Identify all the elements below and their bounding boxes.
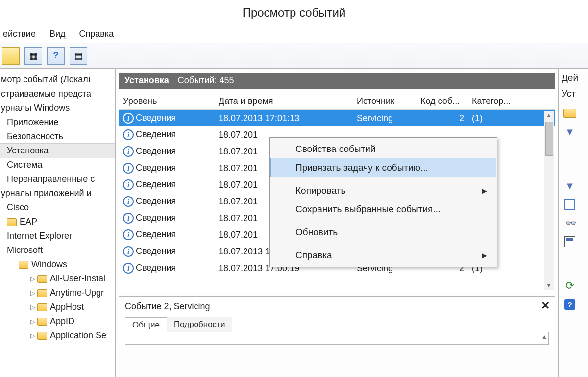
table-row[interactable]: iСведения18.07.2013 17:01:13Servicing2(1… [119,110,555,126]
detail-scroll-up-icon[interactable]: ▲ [541,333,547,340]
tree-item[interactable]: урналы Windows [0,101,115,115]
tree-item-label: мотр событий (Локалı [1,75,91,85]
tree-item-label: Установка [7,146,49,156]
context-menu-item[interactable]: Сохранить выбранные события... [271,200,496,219]
tree-panel: мотр событий (Локалıстраиваемые предстау… [0,69,116,377]
window-title: Просмотр событий [0,0,588,25]
tree-item-label: Перенаправленные с [7,174,95,184]
tab-details[interactable]: Подробности [167,317,233,332]
cell-level: Сведения [136,113,176,123]
expander-icon[interactable]: ▷ [30,318,36,325]
context-menu-item[interactable]: Обновить [271,223,496,242]
tree-item-label: Internet Explorer [7,231,72,241]
tab-general[interactable]: Общие [125,317,167,332]
actions-panel: Дей Уст ▼ ▼ 👓 ⟳ ? [559,69,588,377]
detail-body: ▲ [125,332,549,345]
col-category[interactable]: Категор... [468,93,555,109]
menu-view[interactable]: Вид [48,27,73,41]
tree-item[interactable]: ▷Anytime-Upgr [0,286,115,300]
tree-item[interactable]: ▷Application Se [0,328,115,343]
toolbar-properties-icon[interactable]: ▦ [24,47,42,65]
tree-item[interactable]: страиваемые предста [0,87,115,101]
context-menu-item[interactable]: Привязать задачу к событию... [271,158,496,177]
folder-icon [37,318,47,326]
detail-close-icon[interactable]: ✕ [541,300,550,312]
action-save-icon[interactable] [563,235,577,248]
tree-item[interactable]: Установка [0,144,115,158]
tree-item[interactable]: ▷AppID [0,314,115,328]
tree-item[interactable]: EAP [0,215,115,229]
info-icon: i [123,163,134,174]
tree-item[interactable]: Система [0,158,115,172]
tree-item-label: EAP [20,217,37,227]
expander-icon[interactable]: ▷ [30,289,36,297]
tree-item[interactable]: Microsoft [0,243,115,257]
tree-item[interactable]: Приложение [0,115,115,129]
folder-icon [7,218,17,226]
context-menu-label: Сохранить выбранные события... [295,204,441,215]
column-headers[interactable]: Уровень Дата и время Источник Код соб...… [119,93,555,110]
cell-level: Сведения [136,196,176,206]
context-menu-separator [274,179,493,179]
tree-item-label: урналы приложений и [1,188,92,199]
actions-header: Дей [561,72,578,86]
menu-help[interactable]: Справка [77,27,121,41]
tree-item-label: Application Se [50,330,106,341]
action-find-icon[interactable]: 👓 [563,217,577,229]
context-menu-label: Копировать [295,185,345,196]
toolbar-pane-icon[interactable]: ▤ [70,47,87,65]
context-menu-label: Обновить [295,227,338,238]
tree-item[interactable]: Internet Explorer [0,229,115,243]
toolbar: ▦ ? ▤ [0,43,588,69]
tree-item[interactable]: Cisco [0,201,115,215]
scrollbar-thumb[interactable] [545,122,553,156]
menu-action[interactable]: ействие [1,27,43,41]
context-menu-item[interactable]: Копировать▶ [271,181,496,200]
cell-level: Сведения [136,246,176,256]
toolbar-open-icon[interactable] [2,47,20,65]
context-menu-item[interactable]: Свойства событий [271,140,496,158]
tree-item-label: страиваемые предста [1,89,91,99]
toolbar-help-icon[interactable]: ? [47,47,65,65]
action-help-icon[interactable]: ? [563,298,577,311]
context-menu-item[interactable]: Справка▶ [271,246,496,265]
submenu-arrow-icon: ▶ [482,251,487,259]
folder-icon [37,303,47,311]
info-icon: i [123,263,134,274]
tree-item-label: AppHost [50,302,84,312]
context-menu-label: Справка [295,250,332,261]
cell-date: 18.07.2013 17:01:13 [215,113,353,124]
col-code[interactable]: Код соб... [416,93,468,109]
cell-level: Сведения [136,229,176,239]
info-icon: i [123,179,134,190]
tree-item[interactable]: урналы приложений и [0,186,115,201]
tree-item[interactable]: ▷AppHost [0,300,115,314]
tree-item-label: Безопасность [7,131,63,142]
action-properties-icon[interactable] [563,198,577,211]
col-level[interactable]: Уровень [119,93,215,109]
cell-level: Сведения [136,263,176,273]
context-menu[interactable]: Свойства событийПривязать задачу к событ… [270,137,497,267]
submenu-arrow-icon: ▶ [482,187,487,195]
list-scrollbar[interactable] [544,111,554,290]
context-menu-label: Привязать задачу к событию... [295,162,428,173]
tree-item[interactable]: мотр событий (Локалı [0,73,115,87]
col-date[interactable]: Дата и время [215,93,353,109]
action-refresh-icon[interactable]: ⟳ [563,279,577,292]
action-filter-icon[interactable]: ▼ [563,179,577,192]
log-header: Установка Событий: 455 [119,73,555,89]
action-open-saved-log-icon[interactable] [563,107,577,120]
tree-item[interactable]: Перенаправленные с [0,172,115,186]
tree-item[interactable]: ▷All-User-Instal [0,272,115,286]
info-icon: i [123,229,134,240]
expander-icon[interactable]: ▷ [30,303,36,311]
tree-item[interactable]: Windows [0,257,115,272]
col-source[interactable]: Источник [353,93,416,109]
expander-icon[interactable]: ▷ [30,332,36,339]
expander-icon[interactable]: ▷ [30,275,36,282]
action-create-view-icon[interactable]: ▼ [563,126,577,138]
cell-category: (1) [468,113,555,124]
info-icon: i [123,213,134,224]
tree-item-label: Windows [31,259,67,270]
tree-item[interactable]: Безопасность [0,129,115,144]
